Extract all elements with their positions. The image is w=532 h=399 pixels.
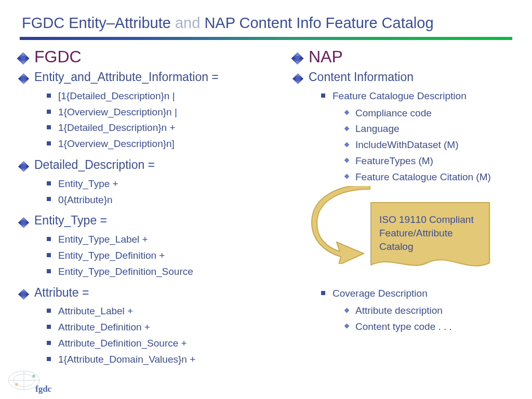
- list-item: Language: [355, 121, 512, 137]
- nap-heading: NAP: [309, 47, 512, 66]
- list-item: Entity_Type_Label +: [58, 232, 269, 248]
- list-item: Content type code . . .: [355, 319, 512, 335]
- callout-group: ISO 19110 Compliant Feature/Attribute Ca…: [310, 190, 512, 278]
- title-and: and: [175, 15, 200, 31]
- feature-catalogue-label: Feature Catalogue Description: [332, 88, 512, 104]
- list-item: Entity_Type +: [58, 176, 269, 192]
- list-item: [1{Detailed_Description}n |: [58, 88, 269, 104]
- title-underline: [20, 37, 512, 40]
- title-part2: NAP Content Info Feature Catalog: [200, 15, 433, 31]
- logo-text: fgdc: [35, 384, 52, 394]
- left-sec-1-list: Entity_Type + 0{Attribute}n: [58, 176, 269, 208]
- curved-arrow-icon: [308, 186, 380, 264]
- callout-text: ISO 19110 Compliant Feature/Attribute Ca…: [370, 205, 489, 267]
- left-sec-2-label: Entity_Type =: [34, 213, 269, 229]
- list-item: 1{Attribute_Domain_Values}n +: [58, 352, 269, 368]
- list-item: Attribute_Definition_Source +: [58, 336, 269, 352]
- left-sec-2-list: Entity_Type_Label + Entity_Type_Definiti…: [58, 232, 269, 280]
- list-item: 1{Overview_Description}n |: [58, 104, 269, 121]
- fgdc-logo: fgdc: [5, 367, 68, 396]
- list-item: Feature Catalogue Citation (M): [355, 169, 512, 185]
- coverage-items: Attribute description Content type code …: [355, 303, 512, 335]
- list-item: 1{Overview_Description}n]: [58, 136, 269, 152]
- fgdc-heading: FGDC: [34, 47, 269, 66]
- list-item: 1{Detailed_Description}n +: [58, 120, 269, 136]
- list-item: Compliance code: [355, 105, 512, 122]
- list-item: Entity_Type_Definition_Source: [58, 264, 269, 280]
- left-column: FGDC Entity_and_Attribute_Information = …: [20, 47, 269, 373]
- left-sec-3-label: Attribute =: [34, 285, 269, 301]
- content-info-label: Content Information: [309, 70, 512, 85]
- right-column: NAP Content Information Feature Catalogu…: [294, 47, 512, 373]
- svg-point-4: [32, 375, 35, 378]
- list-item: Attribute_Label +: [58, 303, 269, 320]
- coverage-label: Coverage Description: [332, 286, 512, 302]
- left-sec-0-label: Entity_and_Attribute_Information =: [34, 70, 269, 85]
- list-item: Attribute_Definition +: [58, 320, 269, 336]
- coverage-block: Coverage Description Attribute descripti…: [332, 286, 512, 335]
- slide-title: FGDC Entity–Attribute and NAP Content In…: [0, 0, 532, 37]
- list-item: IncludeWithDataset (M): [355, 137, 512, 153]
- left-sec-3-list: Attribute_Label + Attribute_Definition +…: [58, 303, 269, 367]
- feature-catalogue-block: Feature Catalogue Description Compliance…: [332, 88, 512, 185]
- left-sec-0-list: [1{Detailed_Description}n | 1{Overview_D…: [58, 88, 269, 152]
- title-part1: FGDC Entity–Attribute: [22, 15, 175, 31]
- list-item: 0{Attribute}n: [58, 192, 269, 208]
- list-item: FeatureTypes (M): [355, 153, 512, 169]
- svg-point-5: [15, 383, 18, 386]
- list-item: Attribute description: [355, 303, 512, 319]
- left-sec-1-label: Detailed_Description =: [34, 157, 269, 173]
- feature-catalogue-items: Compliance code Language IncludeWithData…: [355, 105, 512, 185]
- list-item: Entity_Type_Definition +: [58, 248, 269, 264]
